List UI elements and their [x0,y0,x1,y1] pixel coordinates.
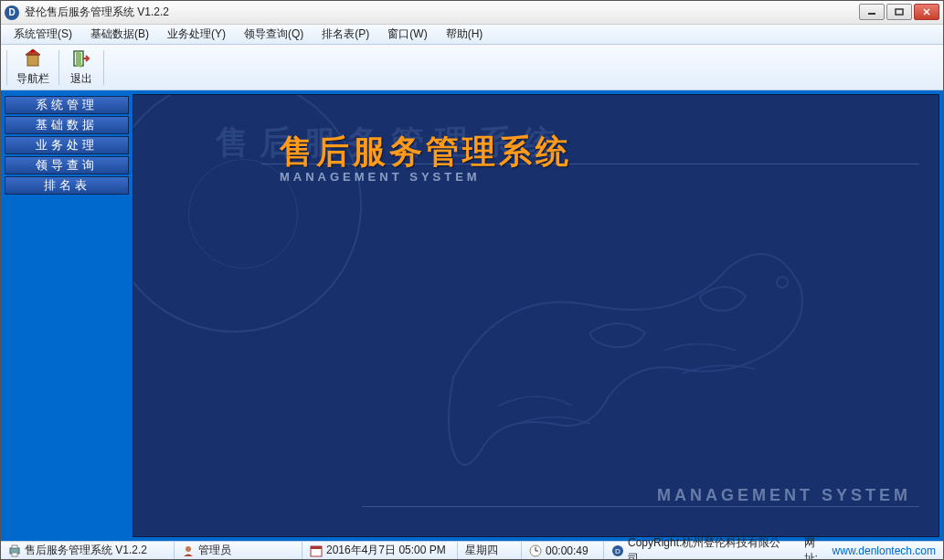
menu-ranking[interactable]: 排名表(P) [313,25,378,44]
svg-point-10 [777,277,788,288]
sidebar-item-business[interactable]: 业务处理 [5,136,129,154]
status-datetime: 2016年4月7日 05:00 PM [302,542,458,559]
calendar-icon [310,544,323,557]
minimize-button[interactable] [859,4,885,20]
status-appname: 售后服务管理系统 V1.2.2 [1,542,175,559]
menu-help[interactable]: 帮助(H) [437,25,493,44]
statusbar: 售后服务管理系统 V1.2.2 管理员 2016年4月7日 05:00 PM 星… [1,541,943,559]
window-controls [859,4,939,20]
logo-icon: D [611,544,624,557]
svg-rect-16 [311,546,322,549]
exit-button-label: 退出 [70,71,92,87]
sidebar: 系统管理 基础数据 业务处理 领导查询 排名表 [1,90,133,541]
menubar: 系统管理(S) 基础数据(B) 业务处理(Y) 领导查询(Q) 排名表(P) 窗… [1,25,943,45]
status-url[interactable]: www.denlontech.com [833,544,936,557]
toolbar-separator [103,50,104,85]
svg-point-14 [186,546,191,552]
status-copyright: D CopyRight:杭州登伦科技有限公司 网址: www.denlontec… [604,542,943,559]
nav-button-label: 导航栏 [16,71,49,87]
sidebar-item-leaderquery[interactable]: 领导查询 [5,156,129,174]
svg-rect-13 [12,553,17,556]
menu-leaderquery[interactable]: 领导查询(Q) [235,25,313,44]
sidebar-item-ranking[interactable]: 排名表 [5,176,129,195]
svg-rect-6 [31,50,32,53]
content-area: 售后服务管理系统 售后服务管理系统 MANAGEMENT SYSTEM MANA… [133,94,939,537]
exit-icon [70,48,92,69]
status-appname-text: 售后服务管理系统 V1.2.2 [25,543,147,558]
menu-system[interactable]: 系统管理(S) [5,25,81,44]
svg-rect-1 [896,9,903,15]
titlebar: D 登伦售后服务管理系统 V1.2.2 [1,1,943,25]
user-icon [182,544,195,557]
exit-button[interactable]: 退出 [61,46,101,89]
sidebar-item-basedata[interactable]: 基础数据 [5,116,129,134]
svg-text:D: D [615,547,620,555]
app-icon: D [5,5,19,20]
svg-rect-7 [32,50,35,52]
status-url-label: 网址: [804,535,829,561]
sidebar-item-system[interactable]: 系统管理 [5,96,129,114]
window-title: 登伦售后服务管理系统 V1.2.2 [25,5,169,20]
status-datetime-text: 2016年4月7日 05:00 PM [326,543,446,558]
hero-title: 售后服务管理系统 [280,130,572,174]
svg-marker-9 [76,51,81,68]
svg-rect-12 [12,545,17,548]
toolbar-separator [58,50,59,85]
status-weekday: 星期四 [458,542,522,559]
clock-icon [529,544,542,557]
toolbar-separator [6,50,7,85]
hero-subtitle: MANAGEMENT SYSTEM [280,170,481,184]
menu-window[interactable]: 窗口(W) [378,25,436,44]
toolbar: 导航栏 退出 [1,45,943,90]
nav-button[interactable]: 导航栏 [9,46,57,89]
maximize-button[interactable] [886,4,912,20]
building-icon [22,48,44,69]
menu-basedata[interactable]: 基础数据(B) [81,25,158,44]
printer-icon [8,544,21,557]
menu-business[interactable]: 业务处理(Y) [158,25,235,44]
decorative-line [362,506,919,507]
status-elapsed: 00:00:49 [522,542,604,559]
svg-rect-4 [27,55,38,66]
close-button[interactable] [914,4,939,20]
status-weekday-text: 星期四 [465,543,498,558]
status-user-text: 管理员 [198,543,231,558]
status-copyright-text: CopyRight:杭州登伦科技有限公司 [628,535,790,561]
status-elapsed-text: 00:00:49 [546,544,589,557]
status-user: 管理员 [175,542,302,559]
footer-subtitle: MANAGEMENT SYSTEM [657,486,911,505]
main-area: 系统管理 基础数据 业务处理 领导查询 排名表 售后服务管理系统 售后服务管理系… [1,90,943,541]
dragon-illustration [408,195,846,506]
